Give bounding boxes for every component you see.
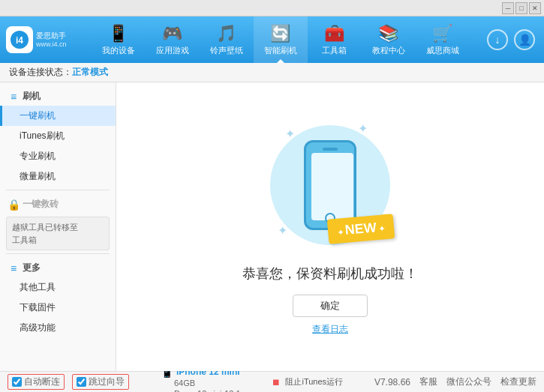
nav-toolbox[interactable]: 🧰 工具箱 [308,16,362,63]
nav-tutorials-label: 教程中心 [372,45,405,56]
ringtone-icon: 🎵 [216,24,236,43]
bottom-right: V7.98.66 客服 微信公众号 检查更新 [374,376,536,388]
logo-area: i4 爱思助手 www.i4.cn [6,26,74,53]
status-prefix: 设备连接状态： [9,66,72,79]
nav-ringtone[interactable]: 🎵 铃声壁纸 [200,16,254,63]
sidebar-item-itunes-flash[interactable]: iTunes刷机 [0,126,116,146]
sidebar-divider-1 [6,190,110,190]
more-section-title: 更多 [23,262,41,274]
auto-disconnect-label: 自动断连 [24,376,60,388]
version-label: V7.98.66 [374,377,410,388]
nav-mall-label: 威思商城 [426,45,459,56]
sidebar-item-one-click-flash[interactable]: 一键刷机 [0,106,116,126]
new-badge: NEW [327,214,395,244]
toolbox-icon: 🧰 [324,24,344,43]
check-update-btn[interactable]: 检查更新 [500,376,536,388]
sidebar-section-more: ≡ 更多 [0,257,116,277]
more-section-icon: ≡ [8,262,20,274]
sidebar-divider-2 [6,253,110,254]
nav-apps-games-label: 应用游戏 [156,45,189,56]
center-card: ✦ ✦ ✦ NEW 恭喜您，保资料刷机成功啦！ 确定 查看日志 [242,118,418,336]
sidebar-item-other-tools[interactable]: 其他工具 [0,277,116,298]
my-device-icon: 📱 [108,24,128,43]
nav-ringtone-label: 铃声壁纸 [210,45,243,56]
sidebar-item-advanced[interactable]: 高级功能 [0,318,116,338]
close-btn[interactable]: ✕ [529,2,541,14]
bottom-left: 自动断连 跳过向导 [8,374,129,390]
nav-my-device[interactable]: 📱 我的设备 [92,16,146,63]
stop-icon: ⏹ [272,377,281,388]
logo-svg: i4 [9,29,30,50]
tutorials-icon: 📚 [378,24,398,43]
success-text: 恭喜您，保资料刷机成功啦！ [242,265,418,283]
bottom-bar: 自动断连 跳过向导 📱 iPhone 12 mini 64GB Down·12m… [0,371,544,392]
phone-illustration: ✦ ✦ ✦ NEW [263,118,398,253]
logo-text: 爱思助手 www.i4.cn [36,31,67,49]
phone-speaker [323,148,338,151]
sidebar-section-rescue: 🔒 一键救砖 [0,193,116,214]
mall-icon: 🛒 [432,24,452,43]
rescue-section-icon: 🔒 [8,199,20,211]
auto-disconnect-checkbox[interactable]: 自动断连 [8,374,65,390]
customer-service-btn[interactable]: 客服 [419,376,437,388]
nav-apps-games[interactable]: 🎮 应用游戏 [146,16,200,63]
stop-itunes-label[interactable]: 阻止iTunes运行 [285,376,343,388]
skip-wizard-label: 跳过向导 [89,376,125,388]
flash-section-title: 刷机 [23,90,41,103]
flash-section-icon: ≡ [8,91,20,103]
status-value: 正常模式 [72,66,108,79]
sidebar-section-flash: ≡ 刷机 [0,85,116,106]
apps-games-icon: 🎮 [162,24,182,43]
wechat-public-btn[interactable]: 微信公众号 [446,376,491,388]
logo-name: 爱思助手 [36,31,67,40]
sidebar-notice-text: 越狱工具已转移至 工具箱 [12,223,78,244]
logo-icon: i4 [6,26,33,53]
log-link[interactable]: 查看日志 [312,323,348,336]
sidebar-notice: 越狱工具已转移至 工具箱 [6,217,110,250]
sparkle-3: ✦ [278,223,287,238]
header: i4 爱思助手 www.i4.cn 📱 我的设备 🎮 应用游戏 🎵 铃声壁纸 🔄… [0,16,544,63]
sidebar: ≡ 刷机 一键刷机 iTunes刷机 专业刷机 微量刷机 🔒 一键救砖 越狱工具… [0,82,116,371]
status-bar: 设备连接状态： 正常模式 [0,63,544,82]
title-bar: ─ □ ✕ [0,0,544,16]
minimize-btn[interactable]: ─ [502,2,514,14]
nav-smart-flash-label: 智能刷机 [264,45,297,56]
skip-wizard-input[interactable] [77,377,86,387]
device-capacity: 64GB [174,379,195,388]
auto-disconnect-input[interactable] [12,377,22,387]
nav-toolbox-label: 工具箱 [322,45,347,56]
device-details: 64GB Down·12mini-13,1 [161,378,241,393]
sidebar-item-micro-flash[interactable]: 微量刷机 [0,166,116,187]
nav-mall[interactable]: 🛒 威思商城 [416,16,470,63]
stop-itunes-area: ⏹ 阻止iTunes运行 [272,376,343,388]
download-btn[interactable]: ↓ [487,29,508,50]
nav-tutorials[interactable]: 📚 教程中心 [362,16,416,63]
phone-screen [311,153,353,220]
main-layout: ≡ 刷机 一键刷机 iTunes刷机 专业刷机 微量刷机 🔒 一键救砖 越狱工具… [0,82,544,371]
nav-items: 📱 我的设备 🎮 应用游戏 🎵 铃声壁纸 🔄 智能刷机 🧰 工具箱 📚 教程中心… [74,16,487,63]
logo-url: www.i4.cn [36,40,67,49]
nav-smart-flash[interactable]: 🔄 智能刷机 [254,16,308,63]
sparkle-1: ✦ [285,127,295,141]
smart-flash-icon: 🔄 [270,24,290,43]
device-firmware: Down·12mini-13,1 [174,389,241,393]
content-area: ✦ ✦ ✦ NEW 恭喜您，保资料刷机成功啦！ 确定 查看日志 [116,82,544,371]
rescue-section-title: 一键救砖 [23,198,59,211]
sidebar-item-download-firmware[interactable]: 下载固件 [0,298,116,318]
confirm-button[interactable]: 确定 [293,295,368,317]
nav-my-device-label: 我的设备 [102,45,135,56]
svg-text:i4: i4 [16,35,23,46]
sidebar-item-pro-flash[interactable]: 专业刷机 [0,146,116,166]
user-btn[interactable]: 👤 [514,29,535,50]
header-right: ↓ 👤 [487,29,538,50]
phone-body [304,140,356,230]
maximize-btn[interactable]: □ [515,2,527,14]
sparkle-2: ✦ [358,121,368,136]
skip-wizard-checkbox[interactable]: 跳过向导 [72,374,129,390]
